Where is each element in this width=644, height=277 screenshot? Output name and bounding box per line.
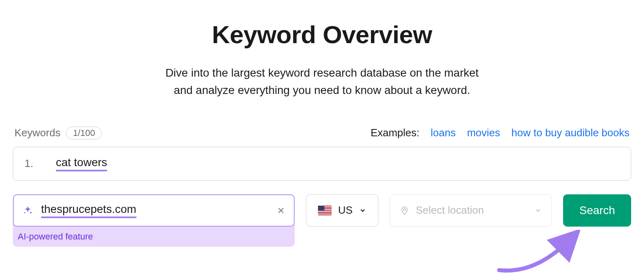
keywords-label-group: Keywords 1/100 [14,127,102,140]
example-link-movies[interactable]: movies [467,127,500,139]
close-icon[interactable] [277,206,285,215]
ai-feature-caption: AI-powered feature [13,227,295,242]
country-code: US [338,204,353,217]
example-link-loans[interactable]: loans [431,127,456,139]
examples-label: Examples: [371,127,419,139]
page-subtitle: Dive into the largest keyword research d… [13,64,631,99]
keyword-index: 1. [25,157,33,170]
chevron-down-icon [359,207,366,214]
country-select[interactable]: US [306,194,378,227]
keyword-input[interactable]: 1. cat towers [13,147,631,181]
sparkle-icon [23,205,33,216]
examples-group: Examples: loans movies how to buy audibl… [371,127,630,139]
bottom-controls-row: thesprucepets.com AI-powered feature US … [13,194,631,247]
example-link-howto[interactable]: how to buy audible books [512,127,630,139]
subtitle-line-1: Dive into the largest keyword research d… [165,67,479,79]
ai-domain-block: thesprucepets.com AI-powered feature [13,194,295,247]
subtitle-line-2: and analyze everything you need to know … [174,84,470,96]
keywords-header-row: Keywords 1/100 Examples: loans movies ho… [13,127,631,140]
location-select[interactable]: Select location [390,194,552,227]
location-placeholder: Select location [416,204,528,217]
keywords-count-badge: 1/100 [66,127,102,140]
svg-point-0 [404,208,406,210]
keyword-value: cat towers [56,156,107,171]
location-pin-icon [400,206,409,215]
search-button[interactable]: Search [563,194,631,227]
domain-value: thesprucepets.com [41,203,136,218]
domain-input[interactable]: thesprucepets.com [13,194,295,227]
chevron-down-icon [535,207,542,214]
page-title: Keyword Overview [13,20,631,49]
flag-us-icon [318,206,332,215]
keywords-label: Keywords [14,127,60,139]
